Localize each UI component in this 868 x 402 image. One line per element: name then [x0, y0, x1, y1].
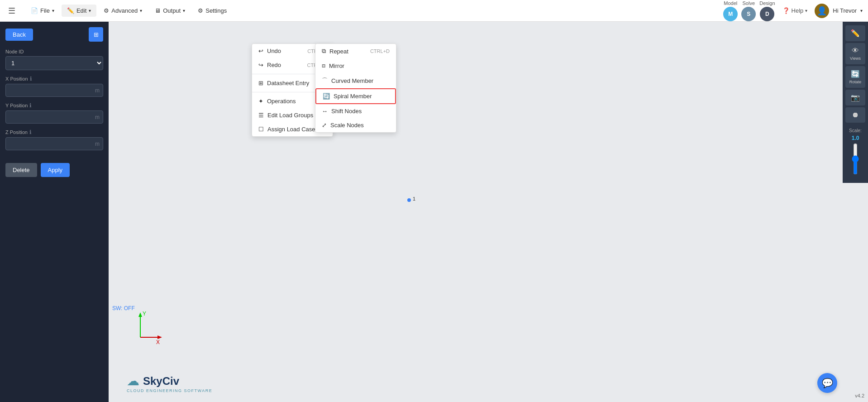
file-menu[interactable]: 📄 File ▾	[25, 5, 60, 17]
output-menu[interactable]: 🖥 Output ▾	[149, 5, 191, 17]
main-canvas[interactable]: ↩ Undo CTRL+Z ↪ Redo CTRL+Y ⊞ Datasheet …	[109, 22, 868, 402]
solve-label: Solve	[743, 0, 755, 6]
scale-nodes-label: Scale Nodes	[330, 122, 364, 129]
back-button[interactable]: Back	[5, 29, 33, 41]
topbar-right: Model M Solve S Design D ❓ Help ▾ 👤 Hi T…	[723, 0, 863, 21]
views-label: Views	[850, 56, 861, 61]
curved-member-icon: ⌒	[322, 77, 328, 85]
rotate-icon: 🔄	[851, 70, 860, 78]
model-button[interactable]: M	[723, 7, 738, 21]
y-axis-arrow	[138, 312, 142, 317]
x-axis-arrow	[157, 335, 162, 339]
repeat-shortcut: CTRL+D	[370, 48, 390, 54]
chat-icon: 💬	[822, 378, 833, 388]
pencil-icon: ✏️	[851, 29, 860, 38]
sidebar: Back ⊞ Node ID 1 X Position ℹ 0	[0, 22, 109, 402]
views-button[interactable]: 👁 Views	[845, 43, 865, 64]
topbar-left: ☰ 📄 File ▾ ✏️ Edit ▾ ⚙ Advanced ▾	[5, 3, 232, 19]
user-info[interactable]: 👤 Hi Trevor ▾	[815, 4, 863, 18]
operations-icon: ✦	[258, 98, 263, 105]
solve-button[interactable]: S	[741, 7, 756, 21]
record-button[interactable]: ⏺	[845, 107, 865, 123]
x-position-field: X Position ℹ 0 m	[5, 76, 103, 97]
advanced-chevron: ▾	[140, 8, 142, 13]
datasheet-label: Datasheet Entry	[267, 80, 309, 86]
z-info-icon[interactable]: ℹ	[29, 129, 32, 135]
output-label: Output	[163, 7, 181, 14]
help-button[interactable]: ❓ Help ▾	[782, 7, 808, 14]
edit-tool-button[interactable]: ✏️	[845, 25, 865, 41]
repeat-icon: ⧉	[322, 48, 326, 55]
repeat-item[interactable]: ⧉ Repeat CTRL+D	[315, 44, 396, 58]
redo-label: Redo	[267, 62, 281, 68]
skyciv-logo-text: SkyCiv	[143, 375, 179, 388]
y-position-input-wrap: 0 m	[5, 110, 103, 124]
advanced-menu[interactable]: ⚙ Advanced ▾	[98, 5, 148, 17]
mirror-item[interactable]: ⧈ Mirror	[315, 58, 396, 73]
scale-section: Scale: 1.0	[849, 128, 862, 179]
advanced-icon: ⚙	[104, 7, 109, 14]
spiral-member-item[interactable]: 🔄 Spiral Member	[315, 88, 396, 104]
grid-icon-button[interactable]: ⊞	[89, 27, 103, 42]
y-position-label: Y Position ℹ	[5, 102, 103, 109]
solve-group: Solve S	[741, 0, 756, 21]
rotate-label: Rotate	[849, 80, 862, 84]
y-axis-label: Y	[143, 311, 146, 317]
x-position-input[interactable]: 0	[5, 84, 103, 97]
model-solve-design: Model M Solve S Design D	[723, 0, 775, 21]
z-position-input[interactable]: 0	[5, 137, 103, 150]
y-info-icon[interactable]: ℹ	[29, 102, 32, 109]
rotate-button[interactable]: 🔄 Rotate	[845, 66, 865, 88]
question-icon: ❓	[782, 7, 790, 14]
node-label: 1	[413, 196, 415, 201]
apply-button[interactable]: Apply	[41, 163, 70, 177]
version-text: v4.2	[855, 393, 864, 398]
y-position-input[interactable]: 0	[5, 110, 103, 124]
output-chevron: ▾	[183, 8, 185, 13]
delete-button[interactable]: Delete	[5, 163, 37, 177]
z-position-label: Z Position ℹ	[5, 129, 103, 135]
x-position-unit: m	[95, 87, 100, 94]
app-layout: Back ⊞ Node ID 1 X Position ℹ 0	[0, 22, 868, 402]
settings-icon: ⚙	[198, 7, 203, 14]
curved-member-label: Curved Member	[331, 77, 373, 84]
action-buttons: Delete Apply	[5, 163, 103, 177]
right-toolbar: ✏️ 👁 Views 🔄 Rotate 📷 ⏺ Scale: 1.0	[843, 22, 868, 183]
chat-button[interactable]: 💬	[817, 373, 837, 393]
settings-label: Settings	[205, 7, 227, 14]
shift-nodes-item[interactable]: ↔ Shift Nodes	[315, 104, 396, 118]
x-info-icon[interactable]: ℹ	[30, 76, 32, 82]
avatar: 👤	[815, 4, 829, 18]
assign-load-cases-icon: ☐	[258, 126, 264, 133]
scale-nodes-item[interactable]: ⤢ Scale Nodes	[315, 118, 396, 132]
file-label: File	[40, 7, 50, 14]
scale-slider[interactable]	[852, 143, 859, 175]
assign-load-cases-label: Assign Load Cases	[267, 126, 318, 133]
hamburger-button[interactable]: ☰	[5, 3, 18, 19]
edit-load-groups-label: Edit Load Groups	[267, 112, 313, 119]
scale-value: 1.0	[852, 135, 859, 141]
node-id-field: Node ID 1	[5, 49, 103, 70]
edit-chevron: ▾	[89, 8, 91, 13]
camera-icon: 📷	[851, 93, 860, 102]
edit-load-groups-icon: ☰	[258, 112, 264, 119]
repeat-label: Repeat	[329, 48, 348, 55]
y-position-unit: m	[95, 114, 100, 120]
design-button[interactable]: D	[760, 7, 774, 21]
scale-slider-wrap	[852, 143, 859, 179]
node-id-select[interactable]: 1	[5, 56, 103, 70]
curved-member-item[interactable]: ⌒ Curved Member	[315, 73, 396, 88]
help-chevron: ▾	[805, 8, 807, 13]
y-position-field: Y Position ℹ 0 m	[5, 102, 103, 124]
edit-icon: ✏️	[67, 7, 74, 14]
design-group: Design D	[759, 0, 775, 21]
file-chevron: ▾	[52, 8, 54, 13]
z-position-unit: m	[95, 141, 100, 147]
skyciv-logo: ☁ SkyCiv CLOUD ENGINEERING SOFTWARE	[127, 373, 212, 393]
edit-menu[interactable]: ✏️ Edit ▾	[62, 5, 96, 17]
advanced-label: Advanced	[111, 7, 138, 14]
camera-button[interactable]: 📷	[845, 90, 865, 105]
operations-label: Operations	[267, 98, 296, 105]
settings-menu[interactable]: ⚙ Settings	[192, 5, 232, 17]
eye-icon: 👁	[852, 47, 859, 55]
